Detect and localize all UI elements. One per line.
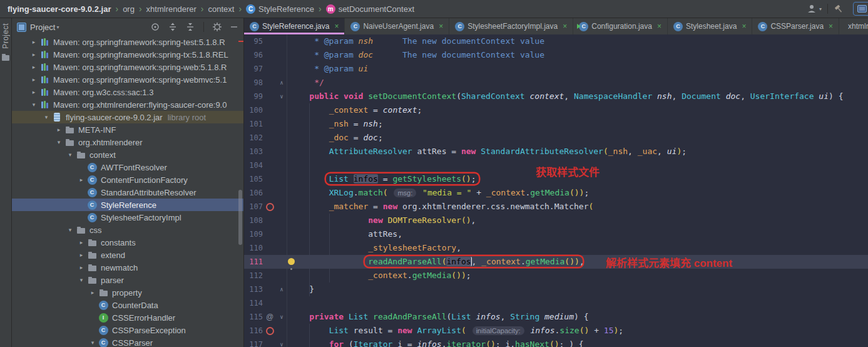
annotation-gutter-icon[interactable]: @ bbox=[263, 310, 277, 324]
code-line-109[interactable]: 109 attRes, bbox=[244, 227, 868, 241]
fold-marker-icon[interactable]: ∧ bbox=[277, 282, 287, 296]
code-line-117[interactable]: 117∨ for (Iterator i = infos.iterator();… bbox=[244, 338, 868, 347]
tab-cssparser-java[interactable]: CCSSParser.java× bbox=[752, 18, 839, 34]
expand-all-icon[interactable] bbox=[168, 22, 178, 32]
tab-stylereference-java[interactable]: CStyleReference.java× bbox=[244, 18, 345, 34]
tree-item-counterdata[interactable]: CCounterData bbox=[12, 299, 243, 311]
fold-marker-icon[interactable]: ∨ bbox=[277, 90, 287, 103]
tree-item-maven-org-xhtmlrenderer-flying-saucer-core-9-0[interactable]: ▾Maven: org.xhtmlrenderer:flying-saucer-… bbox=[12, 98, 243, 111]
code-line-115[interactable]: 115@∨ private List readAndParseAll(List … bbox=[244, 310, 868, 324]
chevron-right-icon[interactable]: ▸ bbox=[76, 177, 87, 183]
code-line-102[interactable]: 102 _doc = doc; bbox=[244, 131, 868, 145]
settings-gear-icon[interactable] bbox=[212, 22, 222, 32]
tree-item-stylesheetfactoryimpl[interactable]: CStylesheetFactoryImpl bbox=[12, 211, 243, 224]
tree-item-csserrorhandler[interactable]: ICSSErrorHandler bbox=[12, 311, 243, 324]
code-line-111[interactable]: 111 readAndParseAll(infos, _context.getM… bbox=[244, 255, 868, 269]
project-stripe-tab[interactable]: Project bbox=[1, 23, 10, 49]
user-account-button[interactable]: ▾ bbox=[807, 4, 822, 14]
chevron-right-icon[interactable]: ▸ bbox=[76, 264, 87, 271]
chevron-down-icon[interactable]: ▾ bbox=[87, 339, 98, 346]
code-line-95[interactable]: 95 * @param nsh The new documentContext … bbox=[244, 34, 868, 48]
hide-panel-icon[interactable] bbox=[230, 23, 238, 31]
chevron-down-icon[interactable]: ▾ bbox=[76, 277, 87, 283]
chevron-right-icon[interactable]: ▸ bbox=[76, 252, 87, 258]
code-line-96[interactable]: 96 * @param doc The new documentContext … bbox=[244, 48, 868, 62]
code-line-116[interactable]: 116 List result = new ArrayList( initial… bbox=[244, 324, 868, 338]
chevron-right-icon[interactable]: ▸ bbox=[28, 89, 39, 95]
build-button[interactable] bbox=[834, 4, 844, 14]
code-line-112[interactable]: 112 _context.getMedia()); bbox=[244, 269, 868, 282]
close-icon[interactable]: × bbox=[563, 22, 567, 31]
tree-item-stylereference[interactable]: CStyleReference bbox=[12, 199, 243, 211]
tree-item-constants[interactable]: ▸constants bbox=[12, 236, 243, 249]
close-icon[interactable]: × bbox=[657, 22, 661, 31]
tree-item-extend[interactable]: ▸extend bbox=[12, 249, 243, 261]
tree-item-maven-org-springframework-spring-web-5-1-8-r[interactable]: ▸Maven: org.springframework:spring-web:5… bbox=[12, 61, 243, 73]
breadcrumb-item-flying-saucer-core-9-0-2-jar[interactable]: flying-saucer-core-9.0.2.jar bbox=[8, 4, 111, 14]
chevron-right-icon[interactable]: ▸ bbox=[28, 64, 39, 70]
breadcrumb-item-org[interactable]: org bbox=[123, 4, 135, 14]
code-line-100[interactable]: 100 _context = context; bbox=[244, 103, 868, 117]
code-line-106[interactable]: 106 XRLog.match( msg: "media = " + _cont… bbox=[244, 186, 868, 200]
tree-item-cssparseexception[interactable]: CCSSParseException bbox=[12, 324, 243, 336]
breadcrumb-item-context[interactable]: context bbox=[208, 4, 234, 14]
close-icon[interactable]: × bbox=[439, 22, 443, 31]
locate-icon[interactable] bbox=[150, 22, 160, 32]
chevron-down-icon[interactable]: ▾ bbox=[41, 114, 52, 120]
intention-bulb-icon[interactable] bbox=[288, 258, 295, 265]
code-line-113[interactable]: 113∧ } bbox=[244, 282, 868, 296]
code-line-103[interactable]: 103 AttributeResolver attRes = new Stand… bbox=[244, 145, 868, 158]
code-line-114[interactable]: 114 bbox=[244, 296, 868, 310]
fold-marker-icon[interactable]: ∨ bbox=[277, 310, 287, 324]
code-line-99[interactable]: 99∨ public void setDocumentContext(Share… bbox=[244, 90, 868, 103]
tree-item-maven-org-springframework-spring-webmvc-5-1[interactable]: ▸Maven: org.springframework:spring-webmv… bbox=[12, 73, 243, 86]
tree-item-parser[interactable]: ▾parser bbox=[12, 274, 243, 286]
chevron-down-icon[interactable]: ▾ bbox=[64, 227, 76, 233]
chevron-right-icon[interactable]: ▸ bbox=[28, 39, 39, 45]
fold-marker-icon[interactable]: ∨ bbox=[277, 338, 287, 347]
tree-item-maven-org-w3c-css-sac-1-3[interactable]: ▸Maven: org.w3c.css:sac:1.3 bbox=[12, 86, 243, 98]
run-configuration-select[interactable]: S bbox=[853, 2, 868, 16]
tree-item-awtfontresolver[interactable]: CAWTFontResolver bbox=[12, 161, 243, 174]
collapse-all-icon[interactable] bbox=[185, 22, 195, 32]
code-editor[interactable]: 95 * @param nsh The new documentContext … bbox=[244, 34, 868, 347]
tree-item-context[interactable]: ▾context bbox=[12, 148, 243, 161]
code-line-108[interactable]: 108 new DOMTreeResolver(), bbox=[244, 214, 868, 227]
tree-item-contentfunctionfactory[interactable]: ▸CContentFunctionFactory bbox=[12, 174, 243, 186]
tab-configuration-java[interactable]: CConfiguration.java× bbox=[573, 18, 668, 34]
breadcrumb-item-xhtmlrenderer[interactable]: xhtmlrenderer bbox=[146, 4, 197, 14]
tree-item-property[interactable]: ▸property bbox=[12, 286, 243, 299]
tab-stylesheet-java[interactable]: CStylesheet.java× bbox=[668, 18, 752, 34]
tree-scrollbar[interactable] bbox=[238, 190, 242, 245]
breadcrumb-item-stylereference[interactable]: StyleReference bbox=[258, 4, 314, 14]
chevron-down-icon[interactable]: ▾ bbox=[56, 24, 59, 30]
chevron-down-icon[interactable]: ▾ bbox=[53, 139, 64, 145]
tab-naiveuseragent-java[interactable]: CNaiveUserAgent.java× bbox=[345, 18, 449, 34]
chevron-right-icon[interactable]: ▸ bbox=[76, 239, 87, 246]
chevron-right-icon[interactable]: ▸ bbox=[28, 51, 39, 58]
chevron-down-icon[interactable]: ▾ bbox=[28, 101, 39, 108]
close-icon[interactable]: × bbox=[742, 22, 746, 31]
code-line-107[interactable]: 107 _matcher = new org.xhtmlrenderer.css… bbox=[244, 200, 868, 214]
tree-item-meta-inf[interactable]: ▸META-INF bbox=[12, 123, 243, 136]
code-line-101[interactable]: 101 _nsh = nsh; bbox=[244, 117, 868, 131]
tree-item-newmatch[interactable]: ▸newmatch bbox=[12, 261, 243, 274]
close-icon[interactable]: × bbox=[334, 22, 339, 31]
chevron-right-icon[interactable]: ▸ bbox=[87, 289, 98, 296]
tab-stylesheetfactoryimpl-java[interactable]: CStylesheetFactoryImpl.java× bbox=[449, 18, 573, 34]
project-panel-title[interactable]: Project bbox=[30, 23, 55, 32]
code-line-98[interactable]: 98∧ */ bbox=[244, 76, 868, 90]
tree-item-standardattributeresolver[interactable]: CStandardAttributeResolver bbox=[12, 186, 243, 199]
code-line-110[interactable]: 110 _stylesheetFactory, bbox=[244, 241, 868, 255]
tab-xhtmlrendere[interactable]: xhtmlrendere bbox=[839, 18, 868, 34]
code-line-97[interactable]: 97 * @param ui bbox=[244, 62, 868, 76]
recursive-call-icon[interactable] bbox=[263, 324, 277, 338]
tree-item-org-xhtmlrenderer[interactable]: ▾org.xhtmlrenderer bbox=[12, 136, 243, 148]
tree-item-maven-org-springframework-spring-tx-5-1-8-rel[interactable]: ▸Maven: org.springframework:spring-tx:5.… bbox=[12, 48, 243, 61]
tree-item-cssparser[interactable]: ▾CCSSParser bbox=[12, 336, 243, 347]
tree-item-flying-saucer-core-9-0-2-jar[interactable]: ▾flying-saucer-core-9.0.2.jarlibrary roo… bbox=[12, 111, 243, 123]
chevron-right-icon[interactable]: ▸ bbox=[28, 76, 39, 83]
breadcrumb-item-setdocumentcontext[interactable]: setDocumentContext bbox=[339, 4, 414, 14]
close-icon[interactable]: × bbox=[829, 22, 833, 31]
chevron-right-icon[interactable]: ▸ bbox=[53, 127, 64, 133]
